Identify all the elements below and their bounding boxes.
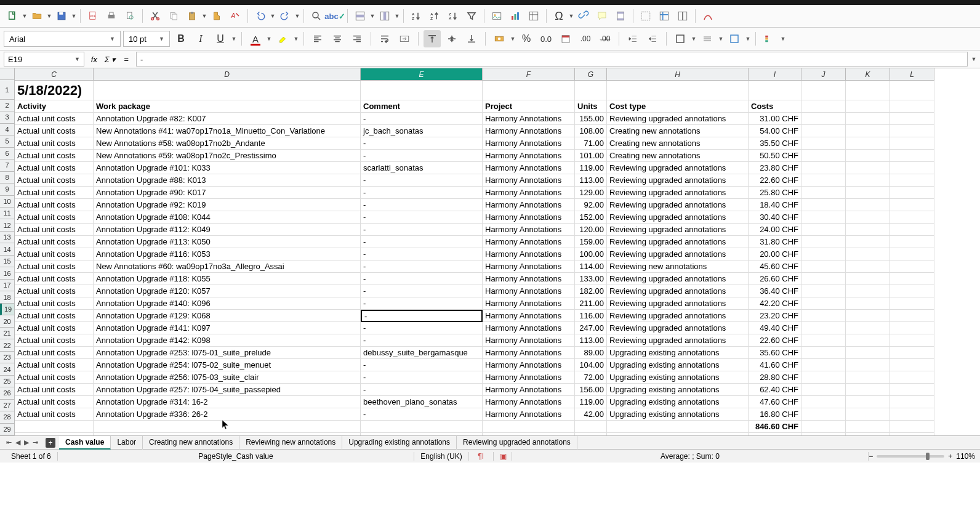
border-style-button[interactable] <box>699 30 716 47</box>
font-color-button[interactable]: A <box>247 30 264 47</box>
cell[interactable]: 247.00 <box>575 322 607 334</box>
cell[interactable]: Harmony Annotations <box>483 261 575 273</box>
cell[interactable] <box>801 211 846 224</box>
cell[interactable] <box>846 236 890 248</box>
insert-chart-button[interactable] <box>507 7 524 25</box>
cell[interactable] <box>801 248 846 261</box>
row-header-14[interactable]: 14 <box>0 243 15 255</box>
cell[interactable]: 72.00 <box>575 371 607 384</box>
cell[interactable] <box>607 81 749 100</box>
cell[interactable]: 23.80 CHF <box>749 162 801 174</box>
cell[interactable]: Harmony Annotations <box>483 310 575 322</box>
cell[interactable]: Harmony Annotations <box>483 125 575 137</box>
cell[interactable]: 156.00 <box>575 384 607 396</box>
find-button[interactable] <box>308 7 325 25</box>
row-header-19[interactable]: 19 <box>0 304 15 315</box>
cell[interactable] <box>483 421 575 433</box>
cell[interactable]: Activity <box>15 100 94 113</box>
cell[interactable]: Annotation Upgrade #120: K057 <box>94 285 361 297</box>
cell[interactable] <box>801 137 846 150</box>
cell[interactable]: Harmony Annotations <box>483 248 575 261</box>
row-header-26[interactable]: 26 <box>0 387 15 399</box>
cell[interactable] <box>801 174 846 187</box>
cell[interactable] <box>890 248 934 261</box>
sheet-tab[interactable]: Cash value <box>59 436 111 450</box>
cell[interactable] <box>15 421 94 433</box>
cell[interactable]: Annotation Upgrade #118: K055 <box>94 273 361 285</box>
cell[interactable]: Annotation Upgrade #140: K096 <box>94 297 361 310</box>
cell[interactable] <box>749 81 801 100</box>
cell[interactable] <box>890 236 934 248</box>
row-header-6[interactable]: 6 <box>0 148 15 160</box>
col-button[interactable] <box>376 7 393 25</box>
col-header-D[interactable]: D <box>94 68 361 81</box>
cell[interactable]: Reviewing upgraded annotations <box>607 113 749 125</box>
cell[interactable]: 54.00 CHF <box>749 125 801 137</box>
cell[interactable]: Reviewing upgraded annotations <box>607 334 749 347</box>
cell[interactable]: Harmony Annotations <box>483 285 575 297</box>
cell[interactable]: 47.60 CHF <box>749 396 801 408</box>
row-dropdown[interactable]: ▼ <box>370 13 375 19</box>
valign-top-button[interactable] <box>424 30 441 47</box>
cell[interactable]: 50.50 CHF <box>749 150 801 162</box>
cell[interactable]: Annotation Upgrade #141: K097 <box>94 322 361 334</box>
sort-asc-button[interactable]: AZ <box>426 7 443 25</box>
sheet-tab[interactable]: Upgrading existing annotations <box>342 436 457 450</box>
cell[interactable]: 71.00 <box>575 137 607 150</box>
cell[interactable]: Annotation Upgrade #92: K019 <box>94 199 361 211</box>
cell[interactable]: - <box>361 408 483 421</box>
cell[interactable]: 42.00 <box>575 408 607 421</box>
row-header-23[interactable]: 23 <box>0 352 15 363</box>
cell[interactable]: 35.60 CHF <box>749 347 801 359</box>
cell[interactable]: Actual unit costs <box>15 199 94 211</box>
insert-mode[interactable]: ¶I <box>469 452 494 461</box>
cell[interactable] <box>846 174 890 187</box>
cell[interactable]: Actual unit costs <box>15 224 94 236</box>
cell[interactable]: Annotation Upgrade #256: l075-03_suite_c… <box>94 371 361 384</box>
font-color-dropdown[interactable]: ▼ <box>267 36 271 42</box>
cell[interactable] <box>890 433 934 435</box>
valign-mid-button[interactable] <box>443 30 460 47</box>
row-header-13[interactable]: 13 <box>0 232 15 243</box>
bold-button[interactable]: B <box>172 30 190 47</box>
cell[interactable]: Actual unit costs <box>15 359 94 371</box>
cell[interactable]: 108.00 <box>575 125 607 137</box>
cell[interactable]: Actual unit costs <box>15 273 94 285</box>
select-all-corner[interactable] <box>0 68 15 80</box>
row-header-22[interactable]: 22 <box>0 339 15 351</box>
cell[interactable]: 846.60 CHF <box>749 421 801 433</box>
prev-sheet-button[interactable]: ◀ <box>15 438 20 446</box>
cell[interactable] <box>846 396 890 408</box>
row-header-25[interactable]: 25 <box>0 376 15 387</box>
hyperlink-button[interactable] <box>575 7 592 25</box>
paste-dropdown[interactable]: ▼ <box>202 13 207 19</box>
cell[interactable] <box>361 433 483 435</box>
cell[interactable]: Harmony Annotations <box>483 236 575 248</box>
cell[interactable]: Annotation Upgrade #257: l075-04_suite_p… <box>94 384 361 396</box>
cell[interactable] <box>890 384 934 396</box>
show-draw-button[interactable] <box>699 7 717 25</box>
cell[interactable]: 119.00 <box>575 396 607 408</box>
row-header-10[interactable]: 10 <box>0 196 15 208</box>
cell[interactable] <box>607 433 749 435</box>
cell[interactable] <box>846 347 890 359</box>
cell[interactable]: Harmony Annotations <box>483 359 575 371</box>
cell[interactable] <box>890 310 934 322</box>
cell[interactable]: - <box>361 113 483 125</box>
cell[interactable] <box>846 125 890 137</box>
cell[interactable] <box>575 433 607 435</box>
cell[interactable]: Work package <box>94 100 361 113</box>
cell[interactable]: - <box>361 211 483 224</box>
cell[interactable] <box>846 224 890 236</box>
cell[interactable]: - <box>361 187 483 199</box>
cell[interactable] <box>801 125 846 137</box>
cell[interactable]: Reviewing upgraded annotations <box>607 297 749 310</box>
cell[interactable]: Reviewing upgraded annotations <box>607 224 749 236</box>
special-char-button[interactable]: Ω <box>550 7 568 25</box>
align-center-button[interactable] <box>329 30 346 47</box>
zoom-value[interactable]: 110% <box>956 452 975 461</box>
cell[interactable] <box>801 297 846 310</box>
cell[interactable]: Annotation Upgrade #129: K068 <box>94 310 361 322</box>
cell[interactable] <box>801 334 846 347</box>
currency-button[interactable] <box>491 30 508 47</box>
